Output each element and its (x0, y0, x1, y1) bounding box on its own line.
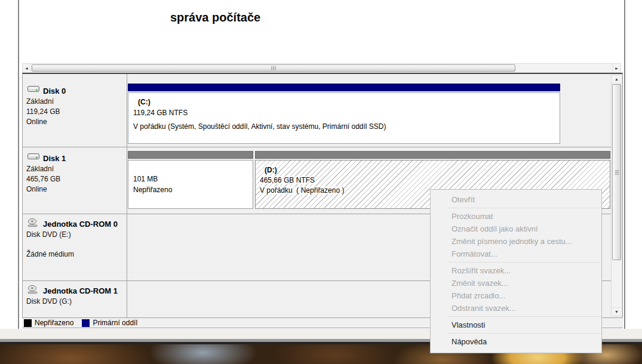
menu-item-shrink-volume[interactable]: Změnit svazek... (431, 277, 601, 289)
partition-c-status: V pořádku (Systém, Spouštěcí oddíl, Akti… (133, 122, 386, 131)
menu-item-explore[interactable]: Prozkoumat (431, 210, 601, 223)
disk0-size: 119,24 GB (26, 107, 60, 116)
partition-d-label: (D:) (265, 166, 277, 174)
menu-separator (448, 208, 601, 208)
scroll-left-icon[interactable]: ◄ (23, 64, 31, 72)
thumb-grip-icon (272, 66, 276, 70)
menu-item-extend-volume[interactable]: Rozšířit svazek... (431, 264, 601, 277)
menu-item-delete-volume[interactable]: Odstranit svazek... (431, 302, 601, 314)
legend-unallocated: Nepřiřazeno (24, 319, 73, 327)
partition-c-box[interactable]: (C:) 119,24 GB NTFS V pořádku (Systém, S… (128, 92, 560, 144)
menu-separator (448, 262, 601, 263)
vertical-scrollbar[interactable]: ▲ ▼ (611, 75, 622, 316)
legend-primary-label: Primární oddíl (93, 319, 137, 327)
disk1-size: 465,76 GB (26, 175, 60, 183)
menu-item-mark-active[interactable]: Označit oddíl jako aktivní (431, 223, 601, 235)
cdrom0-name[interactable]: Jednotka CD-ROM 0 (43, 220, 118, 229)
cdrom1-icon (27, 285, 38, 294)
disk1-icon (27, 153, 39, 160)
page-title: správa počítače (170, 11, 260, 24)
unallocated-status: Nepřiřazeno (133, 186, 172, 194)
menu-separator (448, 333, 601, 334)
unallocated-color-bar (128, 151, 253, 159)
menu-item-add-mirror[interactable]: Přidat zrcadlo... (431, 289, 601, 302)
partition-d-size: 465,66 GB NTFS (260, 176, 315, 184)
window-border-right (624, 0, 625, 339)
menu-item-format[interactable]: Formátovat... (431, 248, 601, 260)
row-separator (22, 147, 623, 147)
disk0-status: Online (26, 118, 47, 126)
thumb-grip-icon (615, 170, 619, 174)
partition-c-size: 119,24 GB NTFS (133, 109, 188, 117)
unallocated-swatch-icon (24, 319, 32, 327)
disk1-type: Základní (26, 165, 54, 173)
partition-c-label: (C:) (138, 98, 150, 106)
computer-management-screen: správa počítače ◄ ► Disk 0 Základní 119,… (0, 0, 642, 364)
unallocated-box[interactable]: 101 MB Nepřiřazeno (128, 160, 253, 209)
disk0-type: Základní (26, 97, 54, 106)
scroll-down-icon[interactable]: ▼ (612, 307, 622, 316)
partition-d-color-bar (255, 151, 610, 159)
unallocated-size: 101 MB (133, 175, 158, 183)
cdrom0-status: Žádné médium (26, 250, 74, 258)
cdrom0-icon (27, 218, 38, 227)
menu-item-change-letter[interactable]: Změnit písmeno jednotky a cestu... (431, 235, 601, 248)
scroll-up-icon[interactable]: ▲ (612, 75, 622, 84)
disk0-name[interactable]: Disk 0 (43, 87, 66, 95)
partition-d-status: V pořádku ( Nepřiřazeno ) (260, 186, 344, 195)
vertical-scrollbar-thumb[interactable] (612, 84, 621, 260)
horizontal-scrollbar[interactable]: ◄ ► (22, 63, 621, 73)
disk1-name[interactable]: Disk 1 (43, 154, 66, 163)
cdrom0-type: Disk DVD (E:) (26, 230, 71, 239)
menu-item-help[interactable]: Nápověda (431, 335, 601, 348)
primary-swatch-icon (82, 319, 90, 327)
cdrom1-name[interactable]: Jednotka CD-ROM 1 (43, 286, 118, 295)
legend-unallocated-label: Nepřiřazeno (35, 319, 73, 327)
menu-item-open[interactable]: Otevřít (431, 193, 601, 206)
partition-c-color-bar (128, 84, 560, 91)
horizontal-scrollbar-thumb[interactable] (32, 64, 515, 72)
context-menu: Otevřít Prozkoumat Označit oddíl jako ak… (430, 189, 602, 353)
legend-primary: Primární oddíl (82, 319, 137, 327)
disk1-status: Online (26, 185, 47, 193)
menu-item-properties[interactable]: Vlastnosti (431, 319, 601, 331)
menu-separator (448, 316, 601, 317)
cdrom1-type: Disk DVD (G:) (26, 297, 72, 306)
disk0-icon (27, 85, 39, 92)
window-border-left (18, 0, 19, 339)
scroll-right-icon[interactable]: ► (612, 64, 621, 72)
